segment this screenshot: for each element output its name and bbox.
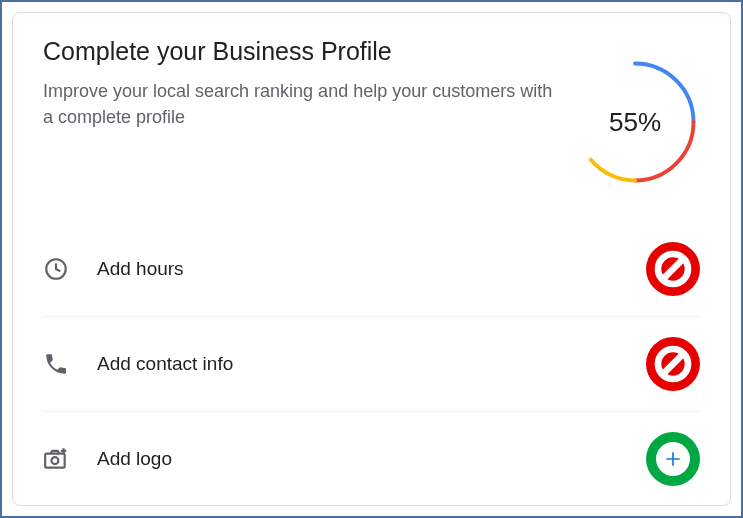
action-slot xyxy=(646,242,700,296)
svg-rect-5 xyxy=(45,454,64,468)
annotation-frame: Complete your Business Profile Improve y… xyxy=(0,0,743,518)
progress-percent: 55% xyxy=(609,107,661,138)
svg-line-4 xyxy=(663,354,683,374)
page-title: Complete your Business Profile xyxy=(43,37,560,66)
item-label: Add hours xyxy=(97,258,646,280)
profile-card: Complete your Business Profile Improve y… xyxy=(12,12,731,506)
allowed-icon xyxy=(646,432,700,486)
action-slot xyxy=(646,432,700,486)
prohibited-icon xyxy=(646,242,700,296)
item-label: Add logo xyxy=(97,448,646,470)
camera-plus-icon xyxy=(43,446,69,472)
svg-point-6 xyxy=(51,457,58,464)
task-list: Add hours xyxy=(43,222,700,506)
phone-icon xyxy=(43,351,69,377)
list-item-logo[interactable]: Add logo xyxy=(43,411,700,506)
header-text: Complete your Business Profile Improve y… xyxy=(43,37,570,130)
list-item-contact[interactable]: Add contact info xyxy=(43,316,700,411)
add-button[interactable] xyxy=(656,442,690,476)
page-subtitle: Improve your local search ranking and he… xyxy=(43,78,560,130)
list-item-hours[interactable]: Add hours xyxy=(43,222,700,316)
header-row: Complete your Business Profile Improve y… xyxy=(43,37,700,187)
svg-line-2 xyxy=(663,259,683,279)
prohibited-icon xyxy=(646,337,700,391)
clock-icon xyxy=(43,256,69,282)
item-label: Add contact info xyxy=(97,353,646,375)
action-slot xyxy=(646,337,700,391)
progress-ring: 55% xyxy=(570,57,700,187)
